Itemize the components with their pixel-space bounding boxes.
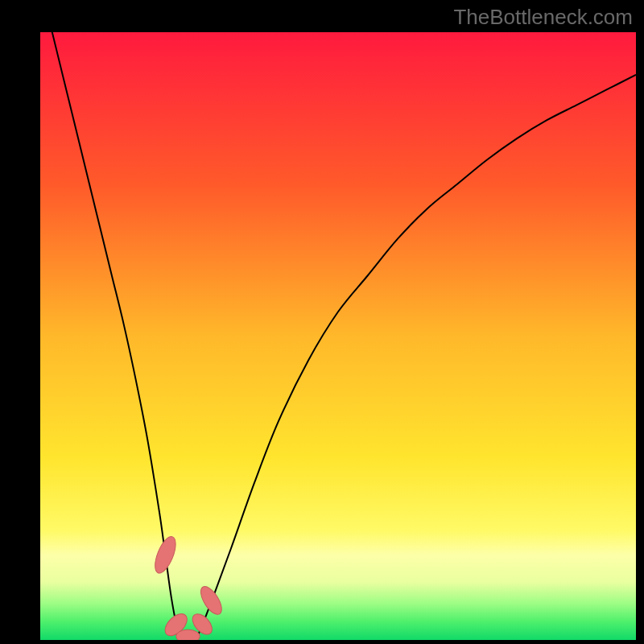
chart-frame: TheBottleneck.com xyxy=(0,0,644,644)
watermark-text: TheBottleneck.com xyxy=(453,5,633,30)
data-marker xyxy=(176,630,200,640)
gradient-background xyxy=(40,32,636,640)
plot-area xyxy=(40,32,636,640)
bottleneck-chart xyxy=(40,32,636,640)
